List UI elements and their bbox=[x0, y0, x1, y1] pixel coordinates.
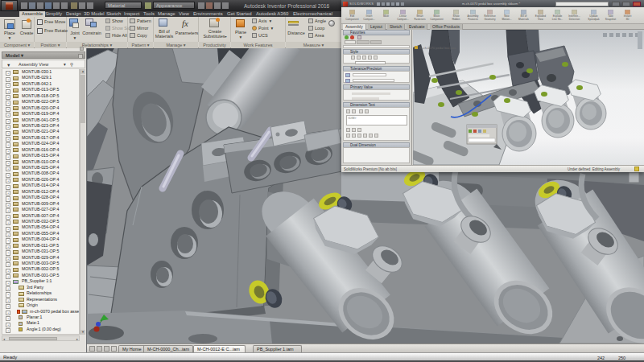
svg-text:m-ch-0070 pedal box ass: m-ch-0070 pedal box ass bbox=[419, 46, 456, 50]
